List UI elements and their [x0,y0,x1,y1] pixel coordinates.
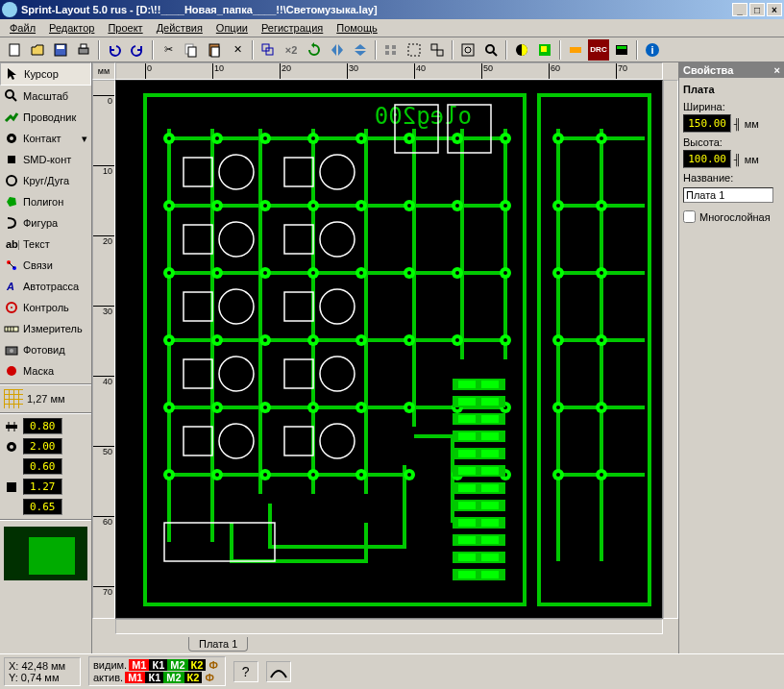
svg-point-113 [215,271,219,275]
menu-Редактор[interactable]: Редактор [43,20,100,36]
photo-icon [4,342,19,357]
mirror-h-button[interactable] [327,39,348,61]
library-button[interactable] [611,39,632,61]
smd-icon [4,152,19,167]
tool-label: Фигура [23,217,58,229]
tool-auto[interactable]: AАвтотрасса [0,276,91,297]
menubar: ФайлРедакторПроектДействияОпцииРегистрац… [0,19,784,37]
zoom-tool-button[interactable] [480,39,502,61]
svg-rect-250 [481,536,499,544]
tool-shape[interactable]: Фигура [0,212,91,234]
param-tw[interactable]: 0.80 [0,416,91,436]
svg-point-202 [219,222,254,257]
copy-button[interactable] [181,39,202,61]
properties-title: Свойства [683,64,733,76]
layer-indicator[interactable]: видим.М1К1М2К2Ф актив.М1К1М2К2Ф [88,656,226,686]
param-value: 1.27 [23,479,62,495]
svg-point-187 [556,338,560,342]
param-sz2[interactable]: 0.65 [0,497,91,517]
contrast-button[interactable] [511,39,532,61]
main-toolbar: ✂ ✕ ×2 DRC i [0,37,784,62]
open-button[interactable] [27,39,48,61]
save-button[interactable] [50,39,71,61]
component-button[interactable] [565,39,586,61]
minimize-button[interactable]: _ [732,3,747,16]
menu-Файл[interactable]: Файл [4,20,41,36]
tool-cursor[interactable]: Курсор [0,62,91,86]
tool-check[interactable]: Контроль [0,297,91,318]
menu-Проект[interactable]: Проект [102,20,148,36]
zoom-icon [4,88,19,104]
svg-rect-256 [481,571,499,578]
layers-button[interactable] [534,39,555,61]
mode-icon[interactable] [266,661,291,682]
redo-button[interactable] [127,39,148,61]
vertical-scrollbar[interactable] [663,80,678,619]
tool-track[interactable]: Проводник [0,107,91,128]
name-field[interactable] [683,187,773,203]
drc-button[interactable]: DRC [588,39,609,61]
grid-setting[interactable]: 1,27 мм [0,387,91,410]
svg-point-52 [10,445,13,449]
pcb-canvas[interactable]: oleg200 [115,80,663,619]
pd-icon [4,439,19,455]
close-button[interactable]: × [767,3,782,16]
ungroup-button[interactable] [427,39,448,61]
sz1-icon [4,480,19,495]
unit-label: мм [745,118,759,130]
param-sz1[interactable]: 1.27 [0,477,91,497]
tool-smd[interactable]: SMD-конт [0,149,91,170]
delete-button[interactable]: ✕ [227,39,248,61]
group-button[interactable] [404,39,425,61]
svg-rect-34 [8,156,15,163]
height-field[interactable]: 100.00 [683,150,731,168]
param-pd[interactable]: 2.00 [0,436,91,456]
maximize-button[interactable]: □ [749,3,765,16]
width-field[interactable]: 150.00 [683,114,731,133]
tool-zoom[interactable]: Масштаб [0,86,91,107]
svg-rect-238 [481,467,499,475]
tool-label: Масштаб [23,90,68,102]
properties-close-icon[interactable]: × [774,64,780,76]
tool-mask[interactable]: Маска [0,360,91,381]
help-button[interactable]: ? [233,661,258,682]
tool-arc[interactable]: Круг/Дуга [0,170,91,191]
multilayer-label: Многослойная [699,211,771,223]
duplicate-button[interactable] [257,39,279,61]
horizontal-scrollbar[interactable] [115,619,663,634]
print-button[interactable] [73,39,94,61]
svg-rect-53 [7,482,16,492]
align-button[interactable] [380,39,402,61]
spinner-icon[interactable]: ╢ [734,154,742,165]
tool-text[interactable]: ab|Текст [0,234,91,255]
menu-Помощь[interactable]: Помощь [331,20,383,36]
tool-pad[interactable]: Контакт▾ [0,128,91,149]
tool-poly[interactable]: Полигон [0,191,91,212]
paste-button[interactable] [204,39,225,61]
svg-rect-222 [458,381,476,388]
titlebar: Sprint-Layout 5.0 rus - [D:\!!____Новая_… [0,0,784,19]
board-tab[interactable]: Плата 1 [188,637,248,652]
info-button[interactable]: i [642,39,663,61]
undo-button[interactable] [104,39,125,61]
zoom-fit-button[interactable] [457,39,478,61]
param-dr[interactable]: 0.60 [0,456,91,477]
menu-Регистрация[interactable]: Регистрация [256,20,329,36]
svg-point-91 [455,136,459,140]
svg-rect-241 [481,484,499,492]
cut-button[interactable]: ✂ [158,39,179,61]
menu-Опции[interactable]: Опции [210,20,254,36]
x2-button[interactable]: ×2 [281,39,302,61]
tool-measure[interactable]: Измеритель [0,318,91,339]
rotate-button[interactable] [304,39,325,61]
multilayer-checkbox[interactable] [683,210,696,223]
svg-text:ab|: ab| [6,238,19,250]
mirror-v-button[interactable] [350,39,371,61]
tool-photo[interactable]: Фотовид [0,339,91,360]
menu-Действия[interactable]: Действия [151,20,208,36]
spinner-icon[interactable]: ╢ [734,118,742,130]
board-preview[interactable] [4,527,87,580]
svg-point-175 [556,136,560,140]
new-button[interactable] [4,39,25,61]
tool-link[interactable]: Связи [0,255,91,276]
